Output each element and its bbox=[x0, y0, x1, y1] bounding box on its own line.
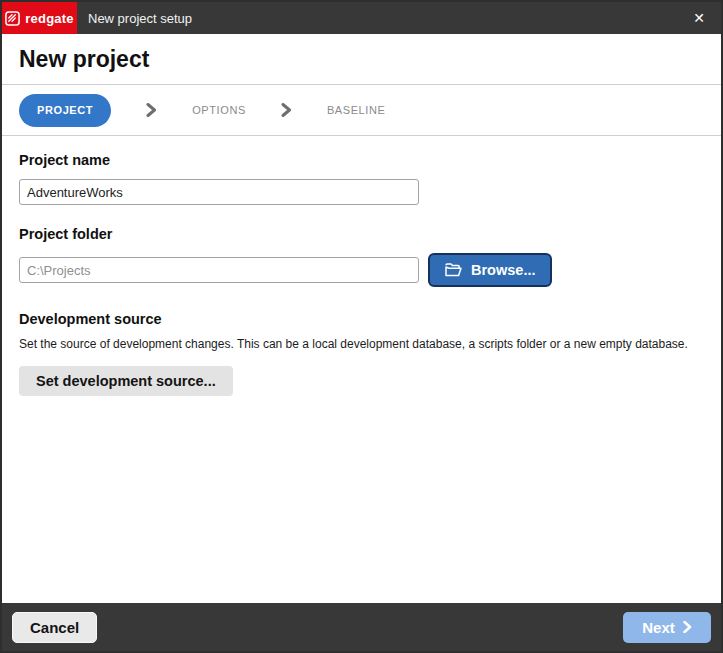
project-folder-row: Browse... bbox=[19, 253, 704, 287]
browse-button-label: Browse... bbox=[471, 262, 535, 278]
chevron-right-icon bbox=[145, 103, 158, 117]
spacer bbox=[19, 287, 704, 311]
page-title: New project bbox=[2, 34, 721, 84]
project-name-input[interactable] bbox=[19, 179, 419, 205]
step-options[interactable]: OPTIONS bbox=[192, 104, 246, 116]
set-development-source-button[interactable]: Set development source... bbox=[19, 366, 233, 396]
spacer bbox=[19, 205, 704, 226]
content-area: New project PROJECT OPTIONS BASELINE Pro… bbox=[2, 34, 721, 603]
window-title: New project setup bbox=[77, 2, 192, 34]
footer-bar: Cancel Next bbox=[2, 603, 721, 651]
next-button[interactable]: Next bbox=[623, 612, 711, 643]
chevron-right-icon bbox=[280, 103, 293, 117]
project-folder-label: Project folder bbox=[19, 226, 704, 242]
redgate-logo-icon bbox=[5, 11, 20, 26]
browse-button[interactable]: Browse... bbox=[428, 253, 552, 287]
brand-name: redgate bbox=[25, 11, 73, 26]
project-folder-input[interactable] bbox=[19, 257, 419, 283]
project-form: Project name Project folder Browse... De… bbox=[2, 136, 721, 396]
titlebar-spacer bbox=[192, 2, 677, 34]
close-icon: ✕ bbox=[693, 10, 705, 26]
development-source-label: Development source bbox=[19, 311, 704, 327]
wizard-steps: PROJECT OPTIONS BASELINE bbox=[2, 85, 721, 135]
step-baseline[interactable]: BASELINE bbox=[327, 104, 386, 116]
open-folder-icon bbox=[445, 263, 462, 277]
project-name-label: Project name bbox=[19, 152, 704, 168]
step-project[interactable]: PROJECT bbox=[19, 94, 111, 127]
new-project-setup-window: redgate New project setup ✕ New project … bbox=[0, 0, 723, 653]
next-button-label: Next bbox=[642, 619, 675, 636]
redgate-logo: redgate bbox=[2, 2, 77, 34]
cancel-button[interactable]: Cancel bbox=[12, 612, 97, 643]
close-button[interactable]: ✕ bbox=[677, 2, 721, 34]
development-source-description: Set the source of development changes. T… bbox=[19, 337, 704, 351]
chevron-right-icon bbox=[683, 621, 692, 633]
title-bar: redgate New project setup ✕ bbox=[2, 2, 721, 34]
